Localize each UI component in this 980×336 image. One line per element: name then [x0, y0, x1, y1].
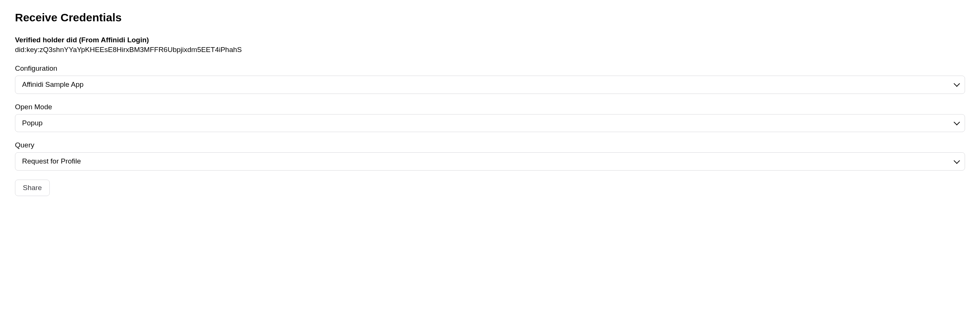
- configuration-field: Configuration Affinidi Sample App: [15, 64, 965, 94]
- query-label: Query: [15, 141, 965, 149]
- configuration-label: Configuration: [15, 64, 965, 73]
- configuration-select[interactable]: Affinidi Sample App: [15, 76, 965, 94]
- share-button[interactable]: Share: [15, 180, 50, 196]
- query-select[interactable]: Request for Profile: [15, 152, 965, 170]
- configuration-select-wrapper: Affinidi Sample App: [15, 76, 965, 94]
- query-select-wrapper: Request for Profile: [15, 152, 965, 170]
- open-mode-select[interactable]: Popup: [15, 114, 965, 132]
- holder-section: Verified holder did (From Affinidi Login…: [15, 36, 965, 54]
- holder-did-label: Verified holder did (From Affinidi Login…: [15, 36, 965, 44]
- query-field: Query Request for Profile: [15, 141, 965, 170]
- page-title: Receive Credentials: [15, 11, 965, 24]
- open-mode-select-wrapper: Popup: [15, 114, 965, 132]
- open-mode-label: Open Mode: [15, 103, 965, 111]
- open-mode-field: Open Mode Popup: [15, 103, 965, 132]
- holder-did-value: did:key:zQ3shnYYaYpKHEEsE8HirxBM3MFFR6Ub…: [15, 46, 965, 54]
